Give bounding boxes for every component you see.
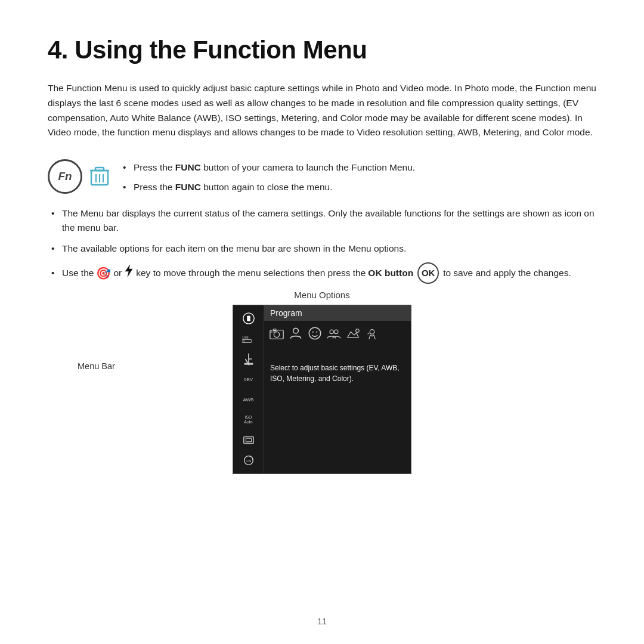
landscape-icon [345, 326, 361, 341]
svg-point-23 [312, 332, 314, 333]
svg-point-29 [370, 330, 374, 334]
fn-bullets-list: Press the FUNC button of your camera to … [123, 157, 415, 194]
portrait-icon [288, 326, 304, 341]
svg-text:14M: 14M [242, 336, 249, 339]
auto-cam-icon: AUTO [269, 326, 284, 341]
fn-bullet-1: Press the FUNC button of your camera to … [123, 160, 415, 174]
awb-icon: AWB [236, 390, 261, 409]
page-number: 11 [317, 617, 327, 626]
svg-point-25 [330, 330, 333, 333]
svg-rect-13 [243, 437, 253, 444]
ok-bullet-or: or [113, 266, 122, 281]
svg-text:AUTO: AUTO [271, 331, 277, 333]
svg-point-22 [309, 327, 321, 339]
page: 4. Using the Function Menu The Function … [0, 0, 644, 644]
color-icon: CN [236, 451, 261, 470]
sport-icon [364, 326, 380, 341]
menu-options-label: Menu Options [294, 290, 349, 300]
svg-point-26 [334, 330, 338, 333]
intro-paragraph: The Function Menu is used to quickly adj… [48, 81, 596, 140]
menu-screenshot: 14M [233, 305, 411, 474]
menu-demo-area: Menu Options Menu Bar [48, 290, 596, 474]
smile-icon [307, 326, 323, 341]
svg-marker-27 [348, 332, 359, 337]
ok-bold-text: OK button [368, 266, 413, 281]
menu-bar-label: Menu Bar [78, 361, 115, 371]
menu-right-content: Program AUTO [264, 305, 411, 473]
ok-bullet-mid: key to move through the menu selections … [136, 266, 366, 281]
group-icon [326, 326, 342, 341]
menu-header-text: Program [264, 305, 411, 321]
menu-desc-text: Select to adjust basic settings (EV, AWB… [264, 346, 411, 390]
iso-icon: ISOAuto [236, 410, 261, 429]
svg-rect-8 [247, 315, 250, 321]
flash-icon [236, 349, 261, 369]
ok-bullet: Use the 🎯 or key to move through the men… [48, 262, 596, 284]
lightning-icon [124, 264, 134, 283]
svg-point-28 [356, 329, 360, 333]
svg-marker-6 [125, 265, 132, 277]
svg-point-21 [293, 328, 299, 333]
ok-circle: OK [417, 262, 439, 284]
resolution-icon: 14M [236, 329, 261, 348]
svg-text:CN: CN [246, 459, 251, 463]
ok-bullet-post: to save and apply the changes. [443, 266, 571, 281]
menu-left-bar: 14M [233, 305, 264, 473]
fn-section: Fn Press the FUNC button of your camera … [48, 157, 596, 194]
program-icon [236, 309, 261, 328]
fn-button-icon: Fn [48, 159, 82, 194]
bullet-item-2: The available options for each item on t… [48, 242, 596, 256]
metering-icon [236, 431, 261, 450]
svg-point-24 [316, 332, 317, 333]
trash-icon [88, 165, 111, 188]
page-title: 4. Using the Function Menu [48, 36, 596, 64]
flower-icon: 🎯 [96, 264, 111, 283]
bullet-list: The Menu bar displays the current status… [48, 206, 596, 284]
ok-bullet-pre: Use the [62, 266, 94, 281]
fn-bullet-2: Press the FUNC button again to close the… [123, 180, 415, 194]
svg-rect-14 [246, 438, 251, 442]
fn-icons: Fn [48, 157, 111, 194]
ev-icon: 0EV [236, 370, 261, 389]
menu-outer: Menu Bar 14M [48, 305, 596, 474]
bullet-item-1: The Menu bar displays the current status… [48, 206, 596, 236]
svg-rect-10 [242, 340, 252, 343]
menu-icons-row: AUTO [264, 321, 411, 346]
